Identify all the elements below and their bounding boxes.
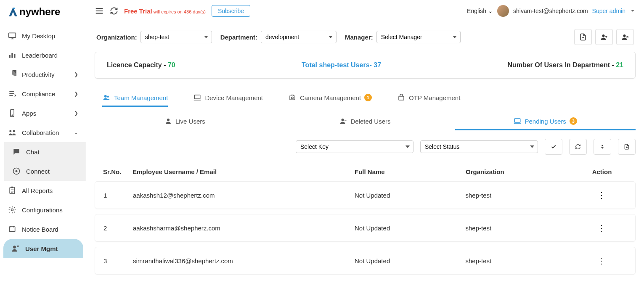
collaboration-icon [8, 128, 17, 137]
chevron-down-icon: ⌄ [74, 130, 78, 135]
sidebar-item-all-reports[interactable]: All Reports [0, 181, 86, 200]
sidebar-item-productivity[interactable]: Productivity ❯ [0, 65, 86, 84]
tab-camera-management[interactable]: Camera Management 1 [288, 90, 372, 107]
sidebar-item-compliance[interactable]: Compliance ❯ [0, 84, 86, 103]
svg-point-16 [17, 246, 19, 247]
row-menu-icon[interactable]: ⋮ [592, 256, 611, 266]
sub-tabs: Live Users Deleted Users Pending Users 3 [95, 107, 636, 130]
sidebar-item-label: Chat [26, 148, 40, 156]
cell-name: Not Updated [355, 257, 466, 264]
stat-value: 37 [374, 61, 381, 69]
hamburger-icon[interactable] [95, 6, 104, 16]
svg-rect-26 [515, 119, 521, 122]
svg-rect-12 [11, 187, 13, 188]
trial-status: Free Trial will expires on 436 day(s) [124, 8, 206, 15]
download-button[interactable] [618, 139, 636, 155]
manager-select[interactable]: Select Manager [376, 31, 461, 43]
remove-user-button[interactable] [616, 29, 634, 45]
user-icon [164, 117, 172, 125]
select-status[interactable]: Select Status [420, 140, 538, 153]
svg-point-24 [167, 119, 170, 121]
cell-org: shep-test [466, 192, 577, 199]
user-menu-caret[interactable] [630, 8, 636, 14]
laptop-icon [514, 117, 521, 125]
chevron-down-icon: ⌄ [488, 8, 493, 14]
chevron-right-icon: ❯ [74, 110, 78, 116]
select-key[interactable]: Select Key [296, 140, 413, 153]
sidebar-item-notice-board[interactable]: Notice Board [0, 219, 86, 239]
tab-otp-management[interactable]: OTP Management [397, 90, 460, 107]
sidebar-item-label: Configurations [22, 206, 63, 214]
chat-icon [12, 147, 21, 156]
subtab-live-users[interactable]: Live Users [95, 113, 275, 130]
sidebar-nav: My Desktop Leaderboard Productivity ❯ Co… [0, 24, 86, 296]
svg-rect-3 [11, 53, 13, 58]
user-minus-icon [339, 117, 347, 125]
export-button[interactable] [574, 29, 592, 45]
sidebar-item-label: All Reports [22, 187, 53, 194]
sidebar-item-chat[interactable]: Chat [4, 142, 86, 161]
team-icon [102, 94, 111, 101]
cell-action: ⋮ [576, 190, 627, 200]
col-action: Action [577, 168, 627, 175]
sidebar-item-configurations[interactable]: Configurations [0, 200, 86, 219]
department-select[interactable]: development [261, 31, 337, 43]
subtab-pending-users[interactable]: Pending Users 3 [455, 113, 636, 130]
sort-button[interactable] [594, 139, 611, 155]
col-org: Organization [466, 168, 577, 175]
language-select[interactable]: English ⌄ [467, 8, 493, 14]
camera-icon [288, 94, 297, 101]
sidebar-item-label: User Mgmt [25, 245, 58, 252]
stat-total-users[interactable]: Total shep-test Users- 37 [302, 61, 381, 69]
avatar[interactable] [497, 5, 509, 17]
org-label: Organization: [96, 34, 137, 41]
sidebar-item-label: Leaderboard [22, 52, 58, 59]
sidebar-item-label: Notice Board [22, 226, 58, 233]
tab-device-management[interactable]: Device Management [193, 90, 263, 107]
sidebar-item-leaderboard[interactable]: Leaderboard [0, 45, 86, 65]
stat-value: 21 [616, 61, 623, 69]
sidebar-item-my-desktop[interactable]: My Desktop [0, 26, 86, 45]
sidebar-item-user-mgmt[interactable]: User Mgmt [3, 239, 83, 258]
svg-point-10 [16, 170, 18, 172]
row-menu-icon[interactable]: ⋮ [592, 190, 611, 200]
subtab-deleted-users[interactable]: Deleted Users [275, 113, 456, 130]
cell-action: ⋮ [576, 256, 627, 266]
svg-point-15 [13, 246, 16, 248]
tab-label: Device Management [205, 94, 263, 101]
svg-rect-0 [13, 8, 15, 9]
confirm-button[interactable] [545, 139, 562, 155]
tab-label: OTP Management [409, 94, 460, 101]
svg-rect-21 [195, 95, 201, 99]
sidebar-item-apps[interactable]: Apps ❯ [0, 103, 86, 123]
add-user-button[interactable] [595, 29, 613, 45]
cell-name: Not Updated [355, 192, 466, 199]
cell-email: aakashsh12@shephertz.com [133, 192, 355, 199]
svg-point-20 [107, 96, 109, 98]
mgr-label: Manager: [345, 34, 373, 41]
connect-icon [12, 166, 21, 176]
pending-badge: 3 [570, 117, 577, 125]
tab-label: Camera Management [300, 94, 361, 101]
stat-licence: Licence Capacity - 70 [107, 61, 175, 69]
svg-point-18 [623, 34, 626, 37]
col-name: Full Name [355, 168, 466, 175]
table-header: Sr.No. Employee Username / Email Full Na… [95, 162, 636, 181]
user-role: Super admin [592, 8, 625, 14]
svg-rect-2 [9, 55, 11, 58]
organization-select[interactable]: shep-test [140, 31, 212, 43]
language-label: English [467, 8, 486, 14]
reload-button[interactable] [569, 139, 587, 155]
sidebar-item-label: Apps [22, 110, 36, 117]
sidebar-item-connect[interactable]: Connect [4, 161, 86, 181]
sidebar-item-collaboration[interactable]: Collaboration ⌄ [0, 123, 86, 142]
refresh-icon[interactable] [110, 7, 118, 15]
svg-rect-23 [399, 96, 404, 100]
row-menu-icon[interactable]: ⋮ [592, 223, 611, 233]
subscribe-button[interactable]: Subscribe [212, 5, 250, 17]
trial-label: Free Trial [124, 8, 152, 15]
logo-mark-icon [8, 6, 19, 17]
tab-team-management[interactable]: Team Management [102, 90, 168, 107]
stat-label: Total shep-test Users- [302, 61, 374, 69]
stat-dept-users: Number Of Users In Department - 21 [507, 61, 623, 69]
